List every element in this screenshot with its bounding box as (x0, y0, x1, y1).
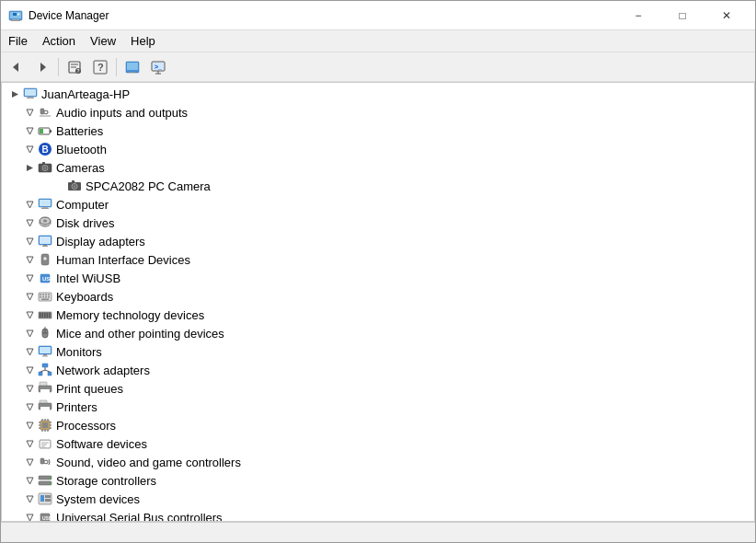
svg-rect-74 (40, 296, 41, 298)
svg-rect-33 (50, 130, 52, 133)
update-button[interactable] (120, 55, 144, 79)
tree-item-printers[interactable]: Printers (4, 398, 752, 416)
cameras-toggle[interactable] (22, 160, 37, 175)
system-toggle[interactable] (22, 491, 37, 506)
disk-toggle[interactable] (22, 215, 37, 230)
tree-item-keyboards[interactable]: Keyboards (4, 287, 752, 306)
svg-rect-75 (42, 296, 44, 298)
tree-item-bluetooth[interactable]: B Bluetooth (4, 140, 752, 158)
hid-toggle[interactable] (22, 252, 37, 267)
svg-rect-144 (45, 495, 51, 498)
tree-item-disk[interactable]: Disk drives (4, 214, 752, 232)
system-icon (37, 491, 53, 506)
expand-toggle[interactable] (7, 87, 22, 101)
svg-point-140 (49, 482, 51, 484)
tree-item-storage[interactable]: Storage controllers (4, 471, 752, 490)
tree-item-network[interactable]: Network adapters (4, 361, 752, 379)
software-toggle[interactable] (22, 436, 37, 451)
forward-button[interactable] (30, 55, 54, 79)
svg-rect-81 (40, 313, 41, 318)
audio-label: Audio inputs and outputs (56, 106, 188, 120)
tree-item-hid[interactable]: Human Interface Devices (4, 250, 752, 269)
sound-icon (37, 455, 53, 469)
tree-item-processors[interactable]: Processors (4, 416, 752, 434)
tree-root[interactable]: JuanArteaga-HP (4, 85, 752, 103)
svg-rect-83 (44, 313, 46, 318)
status-bar (1, 522, 755, 542)
sound-toggle[interactable] (22, 455, 37, 469)
bluetooth-toggle[interactable] (22, 142, 37, 156)
tree-item-mice[interactable]: Mice and other pointing devices (4, 324, 752, 342)
monitors-toggle[interactable] (22, 344, 37, 359)
svg-rect-77 (48, 296, 50, 298)
svg-rect-29 (40, 109, 44, 114)
tree-item-intel-wiusb[interactable]: USB Intel WiUSB (4, 269, 752, 287)
batteries-toggle[interactable] (22, 123, 37, 138)
processors-toggle[interactable] (22, 418, 37, 433)
tree-item-batteries[interactable]: Batteries (4, 121, 752, 140)
help-button[interactable]: ? (88, 55, 112, 79)
svg-marker-61 (27, 257, 33, 263)
svg-rect-95 (42, 356, 48, 357)
close-button[interactable]: ✕ (705, 1, 748, 30)
mice-toggle[interactable] (22, 326, 37, 341)
tree-view[interactable]: JuanArteaga-HP Audio inputs and outputs (2, 83, 754, 521)
svg-rect-59 (43, 245, 47, 246)
svg-rect-107 (47, 387, 49, 387)
usb-toggle[interactable] (22, 510, 37, 521)
software-label: Software devices (56, 437, 147, 451)
printers-toggle[interactable] (22, 399, 37, 414)
batteries-label: Batteries (56, 124, 103, 138)
tree-item-computer[interactable]: Computer (4, 195, 752, 214)
menu-action[interactable]: Action (35, 30, 83, 52)
svg-marker-113 (27, 422, 33, 429)
tree-item-software[interactable]: Software devices (4, 434, 752, 453)
menu-file[interactable]: File (1, 30, 35, 52)
svg-marker-28 (27, 110, 33, 116)
back-button[interactable] (5, 55, 29, 79)
svg-marker-35 (27, 146, 33, 153)
audio-toggle[interactable] (22, 105, 37, 120)
svg-marker-108 (27, 404, 33, 410)
tree-item-display[interactable]: Display adapters (4, 232, 752, 250)
print-queues-toggle[interactable] (22, 381, 37, 396)
svg-rect-93 (40, 347, 51, 353)
storage-toggle[interactable] (22, 473, 37, 488)
svg-marker-52 (27, 220, 33, 226)
menu-help[interactable]: Help (123, 30, 163, 52)
wiusb-toggle[interactable] (22, 271, 37, 285)
computer-toggle[interactable] (22, 197, 37, 212)
hid-icon (37, 252, 53, 267)
storage-icon (37, 473, 53, 488)
tree-item-monitors[interactable]: Monitors (4, 342, 752, 361)
tree-item-sound[interactable]: Sound, video and game controllers (4, 453, 752, 471)
tree-item-system[interactable]: System devices (4, 490, 752, 508)
tree-item-usb[interactable]: USB Universal Serial Bus controllers (4, 508, 752, 521)
svg-text:>_: >_ (155, 64, 162, 70)
network-toggle[interactable] (22, 363, 37, 377)
usb-label: Universal Serial Bus controllers (56, 511, 223, 522)
keyboard-icon (37, 289, 53, 304)
maximize-button[interactable]: □ (661, 1, 704, 30)
toolbar: ? ? >_ (1, 52, 755, 82)
tree-item-cameras[interactable]: Cameras (4, 158, 752, 177)
tree-item-camera-device[interactable]: SPCA2082 PC Camera (4, 177, 752, 195)
printer-icon (37, 399, 53, 414)
tree-item-audio[interactable]: Audio inputs and outputs (4, 103, 752, 121)
title-bar: Device Manager − □ ✕ (1, 1, 755, 30)
memory-toggle[interactable] (22, 307, 37, 322)
tree-item-memory[interactable]: Memory technology devices (4, 306, 752, 324)
properties-button[interactable]: ? (63, 55, 86, 79)
menu-view[interactable]: View (83, 30, 123, 52)
software-icon (37, 436, 53, 451)
svg-marker-68 (27, 294, 33, 300)
display-toggle[interactable] (22, 234, 37, 248)
network-icon (37, 363, 53, 377)
svg-rect-51 (41, 208, 49, 209)
keyboards-toggle[interactable] (22, 289, 37, 304)
svg-marker-103 (27, 386, 33, 392)
svg-rect-27 (27, 98, 34, 98)
monitor-button[interactable]: >_ (146, 55, 170, 79)
minimize-button[interactable]: − (617, 1, 659, 30)
tree-item-print-queues[interactable]: Print queues (4, 379, 752, 398)
